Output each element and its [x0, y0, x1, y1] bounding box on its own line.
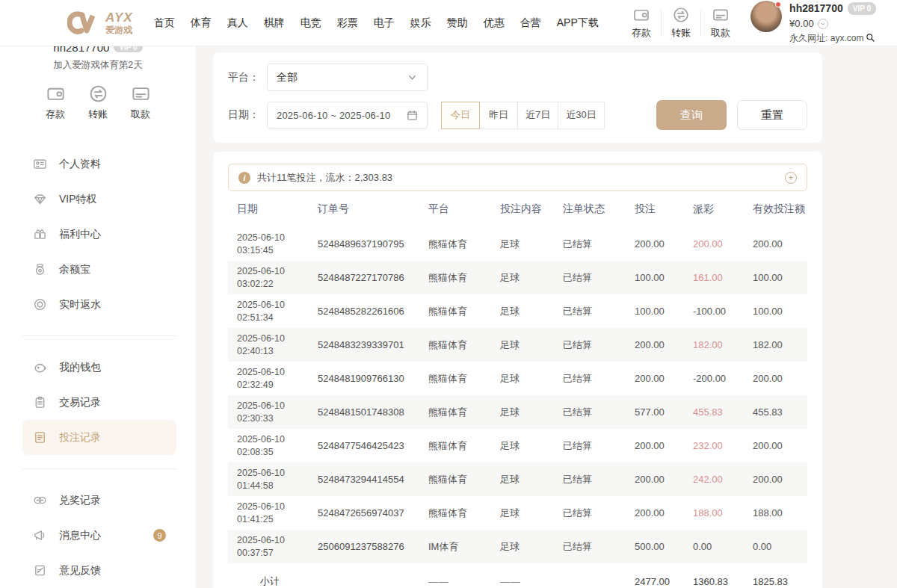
cell-date: 2025-06-1002:40:13	[229, 332, 310, 358]
vip-icon	[33, 192, 47, 206]
cell-valid-amount: 200.00	[745, 440, 809, 451]
date-range-input[interactable]: 2025-06-10 ~ 2025-06-10	[267, 102, 428, 129]
notification-dot	[775, 1, 781, 7]
header-action-deposit[interactable]: 存款	[622, 6, 661, 40]
column-header: 派彩	[685, 202, 745, 216]
subtotal-valid: 1825.83	[745, 576, 809, 587]
quick-range-group: 今日昨日近7日近30日	[441, 102, 605, 129]
withdraw-icon	[131, 84, 151, 104]
vault-icon	[33, 262, 47, 276]
transactions-icon	[33, 395, 47, 409]
reset-button[interactable]: 重置	[737, 100, 807, 130]
column-header: 订单号	[310, 202, 421, 216]
sidebar-item-wallet[interactable]: 我的钱包	[22, 350, 176, 385]
table-row[interactable]: 2025-06-1003:15:455248489637190795熊猫体育足球…	[228, 227, 807, 261]
cell-valid-amount: 200.00	[745, 474, 809, 485]
table-row[interactable]: 2025-06-1002:40:135248483239339701熊猫体育足球…	[228, 328, 807, 362]
rebate-icon	[33, 297, 47, 312]
cell-bet-amount: 200.00	[627, 373, 685, 384]
sidebar-action-transfer[interactable]: 转账	[88, 84, 108, 121]
cell-bet-amount: 577.00	[627, 406, 685, 418]
cell-bet-amount: 100.00	[627, 272, 685, 283]
user-box[interactable]: hh2817700 VIP 0 ¥0.00 永久网址: ayx.com	[750, 1, 876, 45]
range-button[interactable]: 近30日	[558, 102, 604, 129]
search-button[interactable]: 查询	[656, 100, 727, 130]
nav-item[interactable]: APP下载	[557, 16, 599, 30]
range-button[interactable]: 昨日	[479, 102, 518, 129]
table-row[interactable]: 2025-06-1002:51:345248485282261606熊猫体育足球…	[228, 294, 807, 328]
nav-item[interactable]: 首页	[154, 16, 175, 30]
nav-item[interactable]: 真人	[227, 16, 248, 30]
cell-platform: 熊猫体育	[421, 338, 493, 352]
logo-text: AYX 爱游戏	[105, 11, 133, 34]
search-icon[interactable]	[866, 33, 875, 43]
cell-bet-amount: 100.00	[627, 306, 685, 317]
nav-item[interactable]: 娱乐	[410, 16, 431, 30]
divider	[22, 468, 176, 469]
info-icon: i	[238, 172, 250, 184]
sidebar-item-id-card[interactable]: 个人资料	[22, 146, 176, 182]
sidebar-item-vip[interactable]: VIP特权	[22, 182, 176, 217]
sidebar-item-message[interactable]: 消息中心9	[22, 518, 176, 553]
balance-dropdown-icon[interactable]	[818, 19, 828, 29]
sidebar: hh2817700 VIP 0 加入爱游戏体育第2天 存款转账取款 个人资料VI…	[0, 46, 197, 588]
cell-date: 2025-06-1001:44:58	[229, 467, 310, 492]
header-quick-actions: 存款转账取款	[622, 6, 740, 40]
sidebar-action-withdraw[interactable]: 取款	[131, 84, 151, 121]
cell-platform: 熊猫体育	[421, 439, 493, 453]
avatar[interactable]	[750, 1, 782, 32]
table-body: 2025-06-1003:15:455248489637190795熊猫体育足球…	[228, 227, 807, 563]
cell-status: 已结算	[555, 338, 627, 352]
subtotal-platform: ——	[421, 576, 493, 587]
nav-item[interactable]: 优惠	[484, 16, 505, 30]
sidebar-item-prize[interactable]: 兑奖记录	[22, 483, 176, 518]
nav-item[interactable]: 体育	[191, 16, 212, 30]
nav-item[interactable]: 电竞	[300, 16, 321, 30]
header-action-transfer[interactable]: 转账	[662, 6, 700, 40]
platform-select[interactable]: 全部	[267, 64, 428, 91]
table-row[interactable]: 2025-06-1002:30:335248481501748308熊猫体育足球…	[228, 395, 807, 429]
sidebar-item-feedback[interactable]: 意见反馈	[22, 553, 176, 588]
sidebar-item-bets[interactable]: 投注记录	[22, 420, 176, 455]
circle-plus-icon[interactable]: +	[785, 172, 797, 184]
range-button[interactable]: 近7日	[517, 102, 558, 129]
header-right: 存款转账取款 hh2817700 VIP 0 ¥0.00 永久	[622, 1, 876, 45]
sidebar-item-vault[interactable]: 余额宝	[22, 252, 176, 287]
nav-item[interactable]: 棋牌	[264, 16, 285, 30]
id-card-icon	[33, 157, 47, 171]
table-row[interactable]: 2025-06-1000:37:572506091237588276IM体育足球…	[228, 530, 807, 563]
chevron-down-icon	[407, 72, 418, 83]
cell-date: 2025-06-1001:41:25	[229, 501, 310, 526]
cell-status: 已结算	[555, 372, 627, 386]
cell-order-number: 5248489637190795	[310, 238, 421, 250]
cell-date: 2025-06-1002:51:34	[229, 299, 310, 324]
nav-item[interactable]: 合营	[520, 16, 541, 30]
cell-date: 2025-06-1002:30:33	[229, 400, 310, 425]
header-action-withdraw[interactable]: 取款	[701, 6, 740, 40]
table-row[interactable]: 2025-06-1002:08:355248477546425423熊猫体育足球…	[228, 429, 807, 462]
top-header: AYX 爱游戏 首页体育真人棋牌电竞彩票电子娱乐赞助优惠合营APP下载 存款转账…	[0, 0, 897, 46]
logo[interactable]: AYX 爱游戏	[67, 10, 133, 36]
sidebar-item-transactions[interactable]: 交易记录	[22, 385, 176, 420]
table-row[interactable]: 2025-06-1003:02:225248487227170786熊猫体育足球…	[228, 261, 807, 294]
cell-bet-amount: 200.00	[627, 474, 685, 485]
sidebar-item-gift[interactable]: 福利中心	[22, 217, 176, 252]
cell-bet-content: 足球	[493, 305, 555, 318]
sidebar-action-deposit[interactable]: 存款	[46, 84, 66, 121]
cell-payout: -200.00	[685, 373, 745, 384]
table-row[interactable]: 2025-06-1001:44:585248473294414554熊猫体育足球…	[228, 462, 807, 496]
table-row[interactable]: 2025-06-1001:41:255248472656974037熊猫体育足球…	[228, 496, 807, 530]
cell-payout: 455.83	[685, 406, 745, 418]
cell-bet-amount: 200.00	[627, 440, 685, 451]
nav-item[interactable]: 赞助	[447, 16, 468, 30]
nav-item[interactable]: 电子	[374, 16, 395, 30]
table-row[interactable]: 2025-06-1002:32:495248481909766130熊猫体育足球…	[228, 362, 807, 395]
cell-bet-amount: 500.00	[627, 541, 685, 552]
sidebar-item-rebate[interactable]: 实时返水	[22, 287, 176, 322]
range-button[interactable]: 今日	[441, 102, 480, 129]
cell-payout: 0.00	[685, 541, 745, 552]
platform-value: 全部	[277, 71, 298, 84]
cell-payout: 232.00	[685, 440, 745, 451]
nav-item[interactable]: 彩票	[337, 16, 358, 30]
subtotal-payout: 1360.83	[685, 576, 745, 587]
